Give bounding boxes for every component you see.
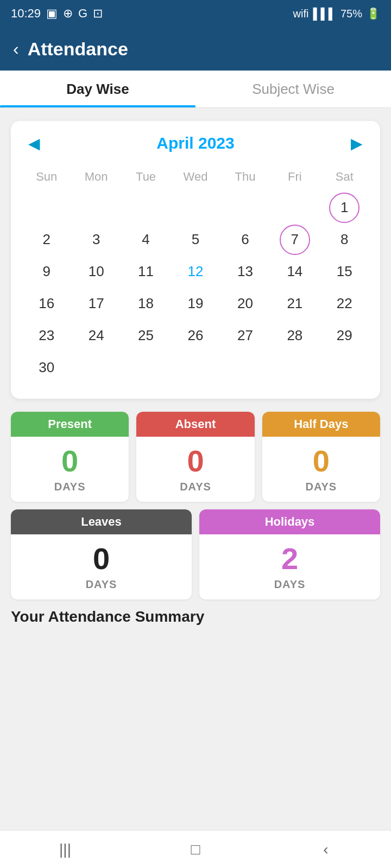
present-unit: DAYS (11, 481, 129, 502)
cal-day-25[interactable]: 25 (121, 321, 171, 350)
cal-day-26[interactable]: 26 (171, 321, 220, 350)
signal-icon: ▌▌▌ (313, 8, 336, 20)
leaves-value: 0 (11, 534, 192, 578)
bottom-nav: ||| □ ‹ (0, 830, 391, 868)
cal-day-empty-40 (270, 353, 319, 382)
cal-day-empty-0 (22, 193, 71, 222)
absent-card: Absent 0 DAYS (136, 412, 254, 502)
cal-day-empty-2 (121, 193, 171, 222)
cal-day-empty-38 (171, 353, 220, 382)
day-tue: Tue (121, 165, 171, 188)
cal-day-17[interactable]: 17 (71, 289, 121, 318)
page-title: Attendance (28, 39, 128, 60)
half-days-unit: DAYS (262, 481, 380, 502)
absent-unit: DAYS (136, 481, 254, 502)
half-days-value: 0 (262, 437, 380, 481)
cal-day-12[interactable]: 12 (171, 257, 220, 286)
cal-day-20[interactable]: 20 (220, 289, 270, 318)
status-right: wifi ▌▌▌ 75% 🔋 (293, 7, 380, 20)
cal-day-empty-4 (220, 193, 270, 222)
absent-value: 0 (136, 437, 254, 481)
cal-day-1[interactable]: 1 (320, 193, 369, 222)
cal-day-empty-36 (71, 353, 121, 382)
sync-icon: ⊕ (63, 7, 73, 21)
cal-day-30[interactable]: 30 (22, 353, 71, 382)
header: ‹ Attendance (0, 27, 391, 71)
tab-subject-wise[interactable]: Subject Wise (195, 71, 391, 107)
day-sun: Sun (22, 165, 71, 188)
leaves-label: Leaves (11, 509, 192, 534)
notification-icon: ▣ (46, 7, 58, 21)
google-icon: G (78, 7, 87, 21)
cal-day-10[interactable]: 10 (71, 257, 121, 286)
cal-day-empty-1 (71, 193, 121, 222)
cal-day-14[interactable]: 14 (270, 257, 319, 286)
day-sat: Sat (320, 165, 369, 188)
cal-day-5[interactable]: 5 (171, 225, 220, 254)
cal-day-empty-3 (171, 193, 220, 222)
cal-day-29[interactable]: 29 (320, 321, 369, 350)
month-year-label: April 2023 (156, 134, 234, 152)
cal-day-16[interactable]: 16 (22, 289, 71, 318)
calendar-header: ◀ April 2023 ▶ (22, 134, 369, 152)
present-card: Present 0 DAYS (11, 412, 129, 502)
cal-day-27[interactable]: 27 (220, 321, 270, 350)
summary-section: Your Attendance Summary (0, 608, 391, 639)
wifi-icon: wifi (293, 8, 309, 20)
cal-day-empty-39 (220, 353, 270, 382)
cal-day-empty-37 (121, 353, 171, 382)
cal-day-11[interactable]: 11 (121, 257, 171, 286)
stats-section: Present 0 DAYS Absent 0 DAYS Half Days 0… (0, 412, 391, 599)
cal-day-3[interactable]: 3 (71, 225, 121, 254)
home-button[interactable]: □ (179, 833, 212, 866)
cal-day-28[interactable]: 28 (270, 321, 319, 350)
menu-button[interactable]: ||| (49, 833, 81, 866)
status-bar: 10:29 ▣ ⊕ G ⊡ wifi ▌▌▌ 75% 🔋 (0, 0, 391, 27)
cal-day-24[interactable]: 24 (71, 321, 121, 350)
day-mon: Mon (71, 165, 121, 188)
absent-label: Absent (136, 412, 254, 437)
present-value: 0 (11, 437, 129, 481)
leaves-unit: DAYS (11, 578, 192, 599)
cal-day-22[interactable]: 22 (320, 289, 369, 318)
stats-row-1: Present 0 DAYS Absent 0 DAYS Half Days 0… (11, 412, 380, 502)
cal-day-8[interactable]: 8 (320, 225, 369, 254)
cal-day-13[interactable]: 13 (220, 257, 270, 286)
back-nav-button[interactable]: ‹ (310, 833, 342, 866)
cal-day-18[interactable]: 18 (121, 289, 171, 318)
holidays-value: 2 (199, 534, 380, 578)
battery: 75% (340, 8, 362, 20)
cal-day-7[interactable]: 7 (270, 225, 319, 254)
cal-day-4[interactable]: 4 (121, 225, 171, 254)
tabs-container: Day Wise Subject Wise (0, 71, 391, 108)
holidays-card: Holidays 2 DAYS (199, 509, 380, 599)
prev-month-button[interactable]: ◀ (22, 135, 47, 152)
cal-day-9[interactable]: 9 (22, 257, 71, 286)
battery-icon: 🔋 (367, 7, 380, 20)
day-wed: Wed (171, 165, 220, 188)
holidays-unit: DAYS (199, 578, 380, 599)
next-month-button[interactable]: ▶ (344, 135, 369, 152)
holidays-label: Holidays (199, 509, 380, 534)
summary-title: Your Attendance Summary (11, 608, 380, 626)
half-days-card: Half Days 0 DAYS (262, 412, 380, 502)
cal-day-23[interactable]: 23 (22, 321, 71, 350)
back-button[interactable]: ‹ (13, 39, 19, 59)
leaves-card: Leaves 0 DAYS (11, 509, 192, 599)
status-left: 10:29 ▣ ⊕ G ⊡ (11, 7, 103, 21)
cal-day-21[interactable]: 21 (270, 289, 319, 318)
cal-day-2[interactable]: 2 (22, 225, 71, 254)
cal-day-15[interactable]: 15 (320, 257, 369, 286)
time: 10:29 (11, 7, 41, 21)
day-fri: Fri (270, 165, 319, 188)
calendar-card: ◀ April 2023 ▶ Sun Mon Tue Wed Thu Fri S… (11, 121, 380, 399)
calendar-days-header: Sun Mon Tue Wed Thu Fri Sat (22, 165, 369, 188)
cal-day-19[interactable]: 19 (171, 289, 220, 318)
half-days-label: Half Days (262, 412, 380, 437)
tab-day-wise[interactable]: Day Wise (0, 71, 195, 107)
cal-day-empty-41 (320, 353, 369, 382)
cal-day-6[interactable]: 6 (220, 225, 270, 254)
cal-day-empty-5 (270, 193, 319, 222)
image-icon: ⊡ (93, 7, 103, 21)
day-thu: Thu (220, 165, 270, 188)
